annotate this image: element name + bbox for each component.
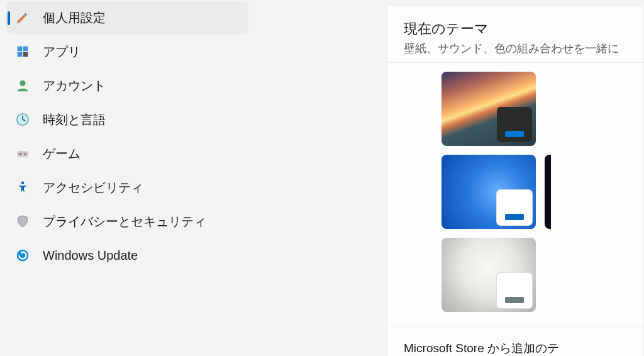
svg-rect-3 [23,52,28,57]
svg-point-8 [24,153,26,155]
svg-rect-6 [17,151,28,157]
sidebar-item-accounts[interactable]: アカウント [6,69,248,102]
shield-icon [15,214,30,229]
svg-point-4 [19,81,25,86]
theme-preview-overlay [497,107,532,142]
sidebar-item-time-language[interactable]: 時刻と言語 [6,103,248,136]
sidebar-item-label: プライバシーとセキュリティ [43,213,206,230]
sidebar-item-windows-update[interactable]: Windows Update [6,239,248,272]
sidebar-item-label: 時刻と言語 [43,111,106,128]
theme-tile-bloom-light[interactable] [441,238,536,312]
sidebar-item-label: アカウント [43,77,106,94]
sidebar-item-label: アプリ [43,43,80,60]
sidebar-item-gaming[interactable]: ゲーム [6,137,248,170]
svg-rect-0 [18,47,23,52]
store-link-text: Microsoft Store から追加のテ [404,342,559,355]
main-content: 現在のテーマ 壁紙、サウンド、色の組み合わせを一緒に Microsoft Sto… [255,0,644,356]
theme-tile-sunset[interactable] [441,72,536,146]
theme-tile-dark-partial[interactable] [545,155,551,229]
sidebar-item-label: 個人用設定 [43,9,106,26]
sidebar-item-privacy[interactable]: プライバシーとセキュリティ [6,205,248,238]
svg-rect-2 [18,52,23,57]
sidebar-item-personalization[interactable]: 個人用設定 [6,1,248,34]
sidebar-item-label: Windows Update [43,248,138,263]
apps-icon [15,44,30,59]
gamepad-icon [15,146,30,161]
sidebar-item-label: ゲーム [43,145,80,162]
account-icon [15,78,30,93]
theme-preview-overlay [497,273,532,308]
themes-card-title: 現在のテーマ [404,19,627,38]
themes-grid [404,72,627,312]
themes-card-body [387,62,643,326]
theme-preview-overlay [497,190,532,225]
clock-icon [15,112,30,127]
themes-card-footer[interactable]: Microsoft Store から追加のテ [387,326,643,356]
update-icon [15,248,30,263]
svg-rect-1 [23,47,28,52]
sidebar-item-label: アクセシビリティ [43,179,143,196]
sidebar: 個人用設定 アプリ アカウント 時刻と言語 ゲーム アクセシビリティ [0,0,255,356]
sidebar-item-apps[interactable]: アプリ [6,35,248,68]
theme-tile-bloom-blue[interactable] [441,155,536,229]
brush-icon [15,10,30,25]
svg-point-9 [21,181,25,184]
themes-card-header: 現在のテーマ 壁紙、サウンド、色の組み合わせを一緒に [387,6,643,62]
accessibility-icon [15,180,30,195]
sidebar-item-accessibility[interactable]: アクセシビリティ [6,171,248,204]
themes-card-subtitle: 壁紙、サウンド、色の組み合わせを一緒に [404,41,627,56]
svg-point-7 [19,153,21,155]
themes-card: 現在のテーマ 壁紙、サウンド、色の組み合わせを一緒に Microsoft Sto… [387,5,644,356]
